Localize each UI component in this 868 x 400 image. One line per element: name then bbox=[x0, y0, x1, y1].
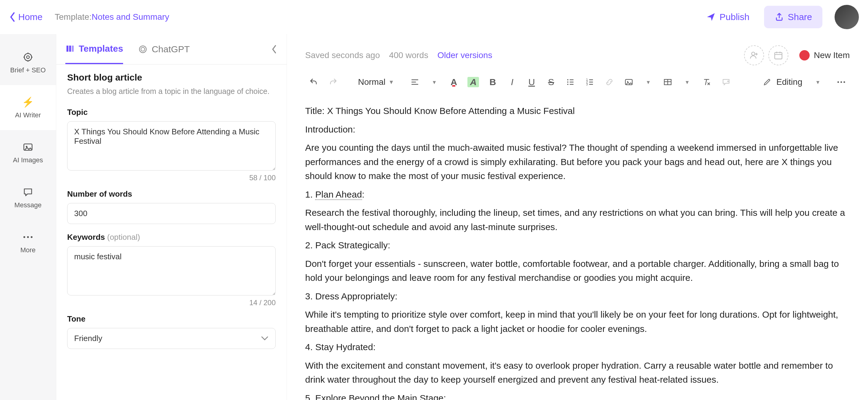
doc-sec4-heading: 4. Stay Hydrated: bbox=[305, 340, 850, 355]
editing-label: Editing bbox=[776, 77, 802, 87]
rail-ai-images[interactable]: AI Images bbox=[0, 130, 56, 175]
home-link[interactable]: Home bbox=[9, 12, 42, 22]
share-button[interactable]: Share bbox=[764, 6, 823, 28]
underline-icon: U bbox=[528, 77, 535, 87]
panel-description: Creates a blog article from a topic in t… bbox=[67, 86, 276, 97]
chevron-down-icon: ▾ bbox=[433, 79, 436, 86]
chevron-down-icon: ▾ bbox=[686, 79, 689, 86]
doc-intro-para: Are you counting the days until the much… bbox=[305, 141, 850, 183]
keywords-optional: (optional) bbox=[107, 233, 140, 242]
svg-text:3: 3 bbox=[586, 83, 588, 86]
rail-more[interactable]: More bbox=[0, 220, 56, 265]
person-plus-icon bbox=[749, 51, 759, 60]
keywords-label: Keywords (optional) bbox=[67, 233, 276, 242]
undo-button[interactable] bbox=[305, 73, 322, 91]
svg-rect-12 bbox=[775, 53, 782, 59]
table-caret[interactable]: ▾ bbox=[679, 73, 696, 91]
svg-point-22 bbox=[837, 81, 839, 83]
keywords-input[interactable] bbox=[67, 246, 276, 296]
schedule-button[interactable] bbox=[768, 45, 788, 65]
words-input[interactable] bbox=[67, 203, 276, 224]
doc-sec3-heading: 3. Dress Appropriately: bbox=[305, 289, 850, 304]
image-icon bbox=[624, 78, 633, 87]
chevron-down-icon: ▾ bbox=[647, 79, 650, 86]
bold-button[interactable]: B bbox=[484, 73, 501, 91]
tab-chatgpt[interactable]: ChatGPT bbox=[138, 34, 190, 64]
add-collaborator-button[interactable] bbox=[744, 45, 764, 65]
clear-format-icon bbox=[702, 78, 711, 87]
older-versions-link[interactable]: Older versions bbox=[437, 51, 492, 60]
upload-icon bbox=[774, 12, 784, 22]
svg-point-11 bbox=[752, 52, 755, 55]
target-icon bbox=[22, 51, 34, 63]
rail-label: AI Images bbox=[13, 156, 43, 164]
tab-label: Templates bbox=[79, 43, 123, 54]
chatgpt-icon bbox=[138, 45, 147, 54]
doc-sec5-heading: 5. Explore Beyond the Main Stage: bbox=[305, 391, 850, 400]
editor-toolbar: Normal ▾ ▾ A A B I U S 123 bbox=[287, 67, 868, 97]
image-caret[interactable]: ▾ bbox=[640, 73, 657, 91]
new-item-label: New Item bbox=[814, 51, 850, 60]
rail-label: Message bbox=[14, 201, 41, 209]
template-label: Template: bbox=[55, 12, 91, 22]
editing-mode-select[interactable]: Editing ▾ bbox=[758, 74, 824, 90]
svg-point-0 bbox=[24, 54, 32, 61]
align-left-icon bbox=[410, 78, 420, 87]
align-caret[interactable]: ▾ bbox=[426, 73, 443, 91]
strike-button[interactable]: S bbox=[542, 73, 560, 91]
tone-select[interactable]: Friendly bbox=[67, 328, 276, 349]
rail-label: More bbox=[20, 246, 36, 254]
paragraph-style-select[interactable]: Normal ▾ bbox=[352, 77, 398, 87]
sidebar-panel: Templates ChatGPT Short blog article Cre… bbox=[56, 34, 287, 400]
document-body[interactable]: Title: X Things You Should Know Before A… bbox=[287, 97, 868, 400]
rail-message[interactable]: Message bbox=[0, 175, 56, 220]
collapse-panel-button[interactable] bbox=[271, 45, 277, 54]
word-count: 400 words bbox=[389, 51, 428, 60]
keywords-counter: 14 / 200 bbox=[67, 299, 276, 307]
text-color-button[interactable]: A bbox=[445, 73, 462, 91]
chevron-down-icon: ▾ bbox=[816, 79, 819, 86]
image-insert-button[interactable] bbox=[620, 73, 637, 91]
rail-brief-seo[interactable]: Brief + SEO bbox=[0, 40, 56, 85]
comment-button[interactable] bbox=[718, 73, 735, 91]
italic-button[interactable]: I bbox=[504, 73, 521, 91]
text-color-icon: A bbox=[451, 77, 457, 87]
doc-sec1-heading: 1. Plan Ahead: bbox=[305, 188, 850, 202]
left-rail: Brief + SEO ⚡ AI Writer AI Images Messag… bbox=[0, 34, 56, 400]
dots-icon bbox=[22, 231, 34, 243]
bold-icon: B bbox=[489, 77, 496, 87]
avatar[interactable] bbox=[835, 5, 859, 29]
editor-area: Saved seconds ago 400 words Older versio… bbox=[287, 34, 868, 400]
template-name-link[interactable]: Notes and Summary bbox=[91, 12, 169, 22]
publish-button[interactable]: Publish bbox=[697, 7, 758, 27]
redo-button[interactable] bbox=[324, 73, 342, 91]
numbered-list-button[interactable]: 123 bbox=[581, 73, 598, 91]
image-icon bbox=[22, 141, 34, 153]
link-button[interactable] bbox=[601, 73, 618, 91]
highlight-button[interactable]: A bbox=[465, 73, 482, 91]
bolt-icon: ⚡ bbox=[22, 96, 34, 108]
svg-point-6 bbox=[31, 236, 33, 238]
doc-title-line: Title: X Things You Should Know Before A… bbox=[305, 104, 850, 118]
bullet-list-button[interactable] bbox=[562, 73, 579, 91]
comment-icon bbox=[721, 78, 731, 87]
doc-sec3-para: While it's tempting to prioritize style … bbox=[305, 308, 850, 336]
clear-format-button[interactable] bbox=[698, 73, 715, 91]
doc-intro-heading: Introduction: bbox=[305, 122, 850, 137]
align-button[interactable] bbox=[406, 73, 423, 91]
words-label: Number of words bbox=[67, 189, 276, 199]
more-toolbar-button[interactable] bbox=[833, 73, 850, 91]
link-icon bbox=[605, 78, 614, 87]
tab-templates[interactable]: Templates bbox=[65, 34, 123, 64]
table-button[interactable] bbox=[659, 73, 676, 91]
numbered-list-icon: 123 bbox=[585, 78, 594, 87]
svg-point-13 bbox=[567, 79, 568, 81]
svg-point-24 bbox=[843, 81, 845, 83]
home-label: Home bbox=[18, 12, 42, 22]
new-item-indicator[interactable]: New Item bbox=[799, 50, 850, 60]
doc-sec1-para: Research the festival thoroughly, includ… bbox=[305, 206, 850, 234]
topic-input[interactable] bbox=[67, 121, 276, 171]
svg-point-23 bbox=[840, 81, 842, 83]
rail-ai-writer[interactable]: ⚡ AI Writer bbox=[0, 85, 56, 130]
underline-button[interactable]: U bbox=[523, 73, 540, 91]
